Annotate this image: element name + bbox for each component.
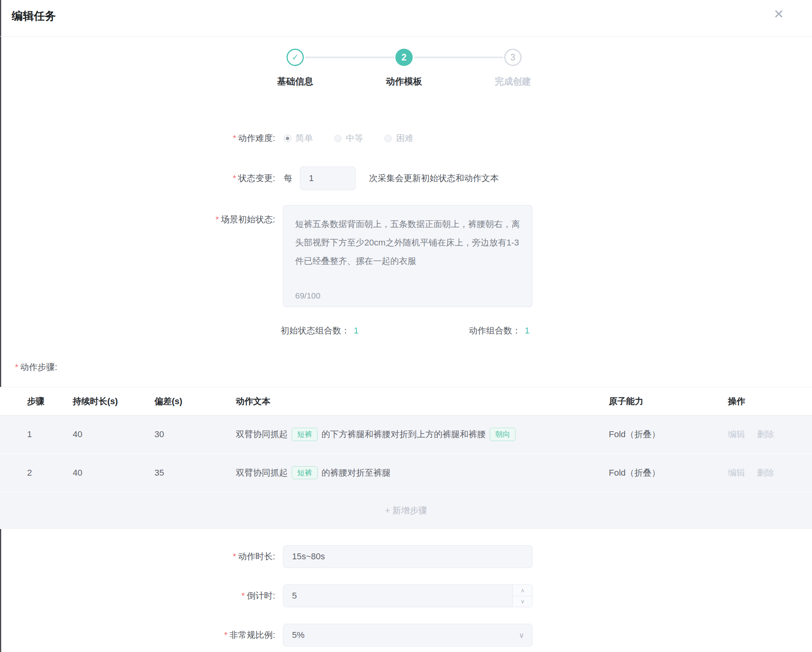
- char-counter: 69/100: [295, 291, 320, 300]
- countdown-row: *倒计时: 5 ∧ ∨: [0, 584, 812, 607]
- radio-icon-medium[interactable]: [334, 135, 342, 142]
- action-duration-input[interactable]: 15s~80s: [283, 545, 533, 568]
- close-icon[interactable]: ✕: [771, 5, 786, 23]
- unusual-ratio-select[interactable]: 5% ∨: [283, 624, 533, 647]
- add-step-button[interactable]: + 新增步骤: [385, 505, 427, 516]
- radio-icon-hard[interactable]: [384, 135, 392, 142]
- action-steps-label: *动作步骤:: [15, 361, 57, 373]
- row2-deviation: 35: [154, 454, 164, 491]
- stepper-connector-1: [305, 57, 395, 58]
- number-spinner: ∧ ∨: [513, 585, 532, 607]
- header-divider: [0, 36, 812, 37]
- table-row: 1 40 30 双臂协同抓起 短裤 的下方裤腿和裤腰对折到上方的裤腿和裤腰 朝向…: [0, 415, 812, 453]
- col-duration: 持续时长(s): [73, 387, 118, 415]
- step-1-check-icon: ✓: [287, 49, 304, 66]
- unusual-ratio-row: *非常规比例: 5% ∨: [0, 624, 812, 647]
- col-deviation: 偏差(s): [154, 387, 182, 415]
- dialog-title: 编辑任务: [12, 9, 56, 24]
- step-2-marker: 2: [395, 49, 413, 66]
- radio-option-easy[interactable]: 简单: [284, 132, 313, 144]
- decrease-icon[interactable]: ∨: [513, 596, 532, 607]
- radio-option-hard[interactable]: 困难: [384, 132, 413, 144]
- countdown-label: *倒计时:: [0, 590, 275, 602]
- step-1-label: 基础信息: [252, 75, 338, 88]
- initial-combo-count: 初始状态组合数：1: [281, 325, 358, 337]
- col-text: 动作文本: [236, 387, 270, 415]
- col-ability: 原子能力: [609, 387, 643, 415]
- row2-action-text: 双臂协同抓起 短裤 的裤腰对折至裤腿: [236, 454, 391, 491]
- add-step-band: + 新增步骤: [0, 491, 812, 529]
- state-change-prefix: 每: [284, 172, 292, 184]
- difficulty-radio-group: 简单 中等 困难: [284, 132, 435, 144]
- countdown-input[interactable]: 5 ∧ ∨: [283, 584, 533, 607]
- steps-table-header: 步骤 持续时长(s) 偏差(s) 动作文本 原子能力 操作: [0, 387, 812, 415]
- orientation-tag: 朝向: [490, 428, 516, 441]
- edit-link[interactable]: 编辑: [728, 467, 745, 479]
- col-step: 步骤: [27, 387, 44, 415]
- action-combo-count: 动作组合数：1: [469, 325, 529, 337]
- increase-icon[interactable]: ∧: [513, 585, 532, 596]
- row1-duration: 40: [73, 416, 82, 453]
- edit-link[interactable]: 编辑: [728, 429, 745, 440]
- row1-deviation: 30: [154, 416, 164, 453]
- required-star: *: [233, 133, 236, 143]
- object-tag: 短裤: [292, 428, 318, 441]
- stepper-connector-2: [414, 57, 503, 58]
- row2-step: 2: [27, 454, 32, 491]
- col-operation: 操作: [728, 387, 745, 415]
- initial-state-text: 短裤五条数据背面朝上，五条数据正面朝上，裤腰朝右，离头部视野下方至少20cm之外…: [283, 205, 532, 270]
- row1-ability: Fold（折叠）: [609, 416, 660, 453]
- unusual-ratio-label: *非常规比例:: [0, 629, 275, 641]
- initial-combo-value: 1: [354, 326, 358, 335]
- row1-action-text: 双臂协同抓起 短裤 的下方裤腿和裤腰对折到上方的裤腿和裤腰 朝向: [236, 416, 520, 453]
- delete-link[interactable]: 删除: [757, 467, 774, 479]
- action-duration-row: *动作时长: 15s~80s: [0, 545, 812, 568]
- table-row: 2 40 35 双臂协同抓起 短裤 的裤腰对折至裤腿 Fold（折叠） 编辑 删…: [0, 453, 812, 491]
- unusual-ratio-value: 5%: [292, 630, 305, 640]
- delete-link[interactable]: 删除: [757, 429, 774, 440]
- state-change-row: *状态变更: 每 1 次采集会更新初始状态和动作文本: [0, 167, 812, 190]
- radio-icon-easy[interactable]: [284, 135, 291, 142]
- state-change-label: *状态变更:: [0, 172, 275, 184]
- step-2-label: 动作模板: [361, 75, 447, 88]
- row1-step: 1: [27, 416, 32, 453]
- action-duration-label: *动作时长:: [0, 551, 275, 562]
- row2-operations: 编辑 删除: [728, 454, 786, 491]
- initial-state-textarea[interactable]: 短裤五条数据背面朝上，五条数据正面朝上，裤腰朝右，离头部视野下方至少20cm之外…: [283, 205, 533, 307]
- chevron-down-icon: ∨: [519, 631, 524, 640]
- row1-operations: 编辑 删除: [728, 416, 786, 453]
- initial-state-label: *场景初始状态:: [0, 205, 275, 225]
- initial-state-row: *场景初始状态: 短裤五条数据背面朝上，五条数据正面朝上，裤腰朝右，离头部视野下…: [0, 205, 812, 307]
- countdown-value: 5: [283, 591, 297, 601]
- difficulty-label: *动作难度:: [0, 132, 275, 144]
- row2-duration: 40: [73, 454, 82, 491]
- state-change-suffix: 次采集会更新初始状态和动作文本: [369, 172, 499, 184]
- state-change-input[interactable]: 1: [300, 167, 356, 190]
- row2-ability: Fold（折叠）: [609, 454, 660, 491]
- edit-task-dialog: 编辑任务 ✕ ✓ 2 3 基础信息 动作模板 完成创建 *动作难度: 简单 中等…: [0, 0, 812, 652]
- difficulty-row: *动作难度: 简单 中等 困难: [0, 130, 812, 146]
- object-tag: 短裤: [292, 466, 318, 480]
- step-3-label: 完成创建: [470, 75, 556, 88]
- step-3-marker: 3: [504, 49, 522, 66]
- action-combo-value: 1: [525, 326, 529, 335]
- radio-option-medium[interactable]: 中等: [334, 132, 363, 144]
